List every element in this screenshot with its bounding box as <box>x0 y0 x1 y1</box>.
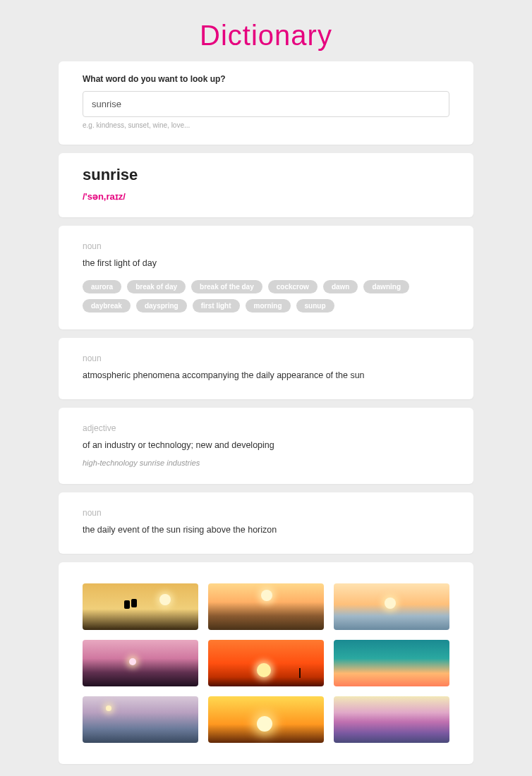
synonym-pill: break of the day <box>191 280 262 293</box>
synonym-pill: daybreak <box>83 299 131 313</box>
meaning-card: adjectiveof an industry or technology; n… <box>59 408 473 485</box>
definition: the daily event of the sun rising above … <box>83 523 449 537</box>
meaning-card: nounthe daily event of the sun rising ab… <box>59 492 473 554</box>
meaning-card: nounatmospheric phenomena accompanying t… <box>59 338 473 399</box>
gallery-image <box>83 640 198 686</box>
image-gallery <box>83 583 449 743</box>
meaning-card: nounthe first light of dayaurorabreak of… <box>59 226 473 329</box>
synonym-pill: cockcrow <box>268 280 318 293</box>
gallery-image <box>83 696 198 743</box>
headword: sunrise <box>83 166 449 184</box>
synonym-pill: dayspring <box>136 299 187 313</box>
synonym-pill: break of day <box>127 280 186 293</box>
synonym-pill: aurora <box>83 280 121 293</box>
gallery-image <box>334 696 449 743</box>
gallery-image <box>334 583 449 630</box>
part-of-speech: adjective <box>83 423 449 433</box>
gallery-image <box>208 583 324 630</box>
gallery-card <box>59 562 473 764</box>
synonym-pill: dawn <box>323 280 358 293</box>
gallery-image <box>208 696 324 743</box>
gallery-image <box>83 583 198 630</box>
synonym-pill: morning <box>246 299 291 313</box>
synonym-list: aurorabreak of daybreak of the daycockcr… <box>83 280 449 313</box>
synonym-pill: dawning <box>363 280 409 293</box>
footer: Coded by Erika Cuby and it is open-sourc… <box>59 772 473 776</box>
gallery-image <box>334 640 449 686</box>
pronunciation: /'sən,raɪz/ <box>83 191 449 202</box>
synonym-pill: sunup <box>296 299 334 313</box>
search-label: What word do you want to look up? <box>83 74 449 84</box>
search-hint: e.g. kindness, sunset, wine, love... <box>83 121 449 129</box>
definition: atmospheric phenomena accompanying the d… <box>83 369 449 382</box>
word-header-card: sunrise /'sən,raɪz/ <box>59 153 473 217</box>
app-title: Dictionary <box>0 0 532 61</box>
part-of-speech: noun <box>83 241 449 251</box>
definition: of an industry or technology; new and de… <box>83 439 449 452</box>
example: high-technology sunrise industries <box>83 459 449 467</box>
synonym-pill: first light <box>193 299 240 313</box>
search-input[interactable] <box>83 91 449 117</box>
definition: the first light of day <box>83 257 449 270</box>
search-card: What word do you want to look up? e.g. k… <box>59 61 473 145</box>
gallery-image <box>208 640 324 686</box>
part-of-speech: noun <box>83 353 449 363</box>
part-of-speech: noun <box>83 508 449 518</box>
